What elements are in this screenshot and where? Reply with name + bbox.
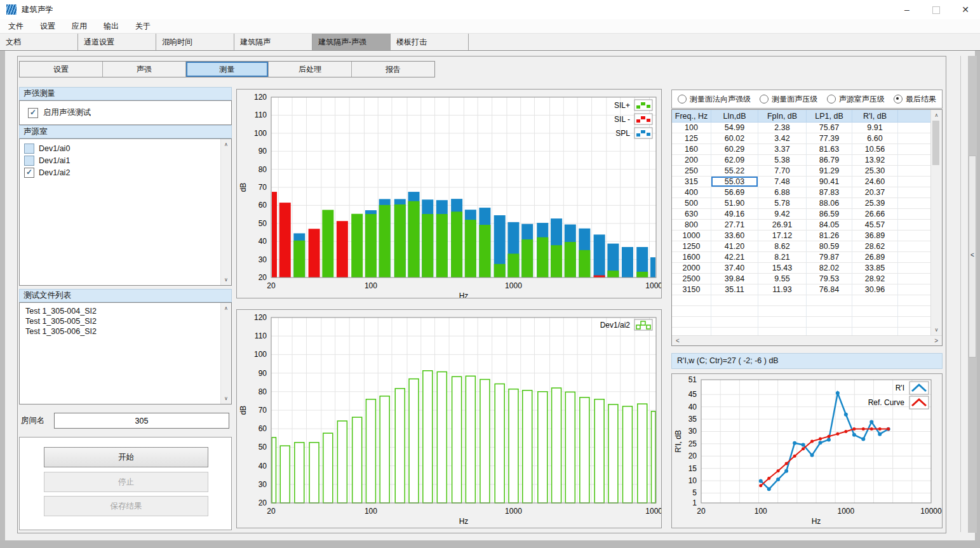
scroll-up-icon[interactable]: ∧ <box>931 110 942 120</box>
table-cell[interactable]: 125 <box>672 133 711 144</box>
table-cell[interactable]: 45.57 <box>852 220 898 231</box>
table-cell[interactable] <box>898 155 932 166</box>
scroll-down-icon[interactable]: ∨ <box>931 325 942 335</box>
table-cell[interactable]: 1250 <box>672 241 711 252</box>
radio-option[interactable]: 测量面法向声强级 <box>678 94 751 105</box>
menu-item[interactable]: 输出 <box>95 19 127 33</box>
menu-item[interactable]: 关于 <box>127 19 159 33</box>
table-cell[interactable] <box>898 123 932 133</box>
table-cell[interactable]: 35.11 <box>711 284 758 295</box>
table-cell[interactable]: 36.89 <box>852 231 898 241</box>
channel-checkbox[interactable] <box>24 156 34 166</box>
tab-2[interactable]: 通道设置 <box>78 34 156 50</box>
channel-list-item[interactable]: Dev1/ai1 <box>24 154 231 166</box>
table-cell[interactable]: 56.69 <box>711 187 758 198</box>
table-cell[interactable] <box>898 144 932 155</box>
table-cell[interactable]: 11.93 <box>758 284 807 295</box>
scroll-right-icon[interactable]: > <box>934 337 938 344</box>
table-cell[interactable]: 7.48 <box>758 177 807 187</box>
table-cell[interactable] <box>898 198 932 209</box>
table-cell[interactable]: 160 <box>672 144 711 155</box>
table-cell[interactable]: 20.37 <box>852 187 898 198</box>
table-cell[interactable]: 15.43 <box>758 263 807 274</box>
legend-item[interactable]: Dev1/ai2 <box>600 319 652 330</box>
table-cell[interactable]: 250 <box>672 166 711 177</box>
tab-5[interactable]: 建筑隔声-声强 <box>312 34 391 50</box>
tab-6[interactable]: 楼板打击 <box>391 34 469 50</box>
table-cell[interactable] <box>898 209 932 220</box>
table-cell[interactable]: 100 <box>672 123 711 133</box>
table-cell[interactable]: 51.90 <box>711 198 758 209</box>
channel-list-item[interactable]: ✓Dev1/ai2 <box>24 166 231 178</box>
table-cell[interactable]: 82.02 <box>807 263 852 274</box>
radio-option[interactable]: 最后结果 <box>894 94 936 105</box>
table-cell[interactable]: 87.83 <box>807 187 852 198</box>
file-list-scrollbar[interactable]: ∧ ∨ <box>220 303 231 404</box>
table-row[interactable]: 10054.992.3875.679.91 <box>672 123 932 133</box>
table-cell[interactable]: 81.26 <box>807 231 852 241</box>
table-cell[interactable]: 9.55 <box>758 274 807 284</box>
table-row[interactable]: 63049.169.4286.5926.66 <box>672 209 932 220</box>
minimize-button[interactable]: – <box>892 0 922 19</box>
table-row[interactable]: 125041.208.6280.5928.62 <box>672 241 932 252</box>
table-cell[interactable]: 315 <box>672 177 711 187</box>
table-cell[interactable] <box>898 263 932 274</box>
table-cell[interactable]: 37.40 <box>711 263 758 274</box>
table-cell[interactable]: 200 <box>672 155 711 166</box>
table-cell[interactable]: 5.78 <box>758 198 807 209</box>
scroll-down-icon[interactable]: ∨ <box>221 275 231 284</box>
file-list-item[interactable]: Test 1_305-004_SI2 <box>25 306 231 316</box>
table-cell[interactable]: 3.37 <box>758 144 807 155</box>
scroll-left-icon[interactable]: < <box>676 337 680 344</box>
collapse-handle[interactable]: < <box>969 156 976 358</box>
menu-item[interactable]: 应用 <box>64 19 95 33</box>
table-cell[interactable]: 55.03 <box>711 177 758 187</box>
table-cell[interactable] <box>898 166 932 177</box>
table-cell[interactable] <box>898 187 932 198</box>
table-cell[interactable]: 55.22 <box>711 166 758 177</box>
table-row[interactable]: 160042.218.2179.8726.89 <box>672 252 932 263</box>
table-row[interactable]: 20062.095.3886.7913.92 <box>672 155 932 166</box>
scrollbar-thumb[interactable] <box>932 121 939 165</box>
start-button[interactable]: 开始 <box>44 447 208 467</box>
table-row[interactable]: 315035.1111.9376.8430.96 <box>672 284 932 295</box>
table-row[interactable]: 16060.293.3781.6310.56 <box>672 144 932 155</box>
table-cell[interactable]: 2500 <box>672 274 711 284</box>
table-cell[interactable]: 1000 <box>672 231 711 241</box>
save-results-button[interactable]: 保存结果 <box>44 496 208 516</box>
subtab-4[interactable]: 后处理 <box>269 62 352 77</box>
tab-4[interactable]: 建筑隔声 <box>234 34 312 50</box>
table-cell[interactable]: 26.66 <box>852 209 898 220</box>
table-cell[interactable]: 10.56 <box>852 144 898 155</box>
scroll-up-icon[interactable]: ∧ <box>221 304 231 313</box>
maximize-button[interactable] <box>922 0 951 19</box>
table-cell[interactable] <box>898 133 932 144</box>
table-cell[interactable]: 8.62 <box>758 241 807 252</box>
menu-item[interactable]: 文件 <box>0 19 32 33</box>
channel-list-scrollbar[interactable]: ∧ ∨ <box>220 139 231 285</box>
table-cell[interactable]: 7.70 <box>758 166 807 177</box>
table-row[interactable]: 200037.4015.4382.0233.85 <box>672 263 932 274</box>
enable-si-checkbox[interactable]: ✓ <box>28 108 38 118</box>
table-cell[interactable]: 80.59 <box>807 241 852 252</box>
table-cell[interactable]: 25.39 <box>852 198 898 209</box>
table-row[interactable]: 31555.037.4890.4124.60 <box>672 177 932 187</box>
table-cell[interactable]: 9.42 <box>758 209 807 220</box>
table-cell[interactable]: 90.41 <box>807 177 852 187</box>
table-horizontal-scrollbar[interactable]: < > <box>672 335 942 345</box>
table-row[interactable]: 250039.849.5579.5328.92 <box>672 274 932 284</box>
table-cell[interactable] <box>898 241 932 252</box>
tab-1[interactable]: 文档 <box>0 34 78 50</box>
channel-list-item[interactable]: Dev1/ai0 <box>24 142 231 154</box>
table-cell[interactable]: 91.29 <box>807 166 852 177</box>
subtab-5[interactable]: 报告 <box>352 62 434 77</box>
table-cell[interactable]: 75.67 <box>807 123 852 133</box>
table-cell[interactable]: 39.84 <box>711 274 758 284</box>
channel-checkbox[interactable]: ✓ <box>24 168 34 178</box>
table-cell[interactable] <box>898 231 932 241</box>
table-cell[interactable]: 81.63 <box>807 144 852 155</box>
file-list-item[interactable]: Test 1_305-005_SI2 <box>25 316 231 326</box>
menu-item[interactable]: 设置 <box>32 19 64 33</box>
table-cell[interactable]: 30.96 <box>852 284 898 295</box>
table-cell[interactable]: 77.39 <box>807 133 852 144</box>
